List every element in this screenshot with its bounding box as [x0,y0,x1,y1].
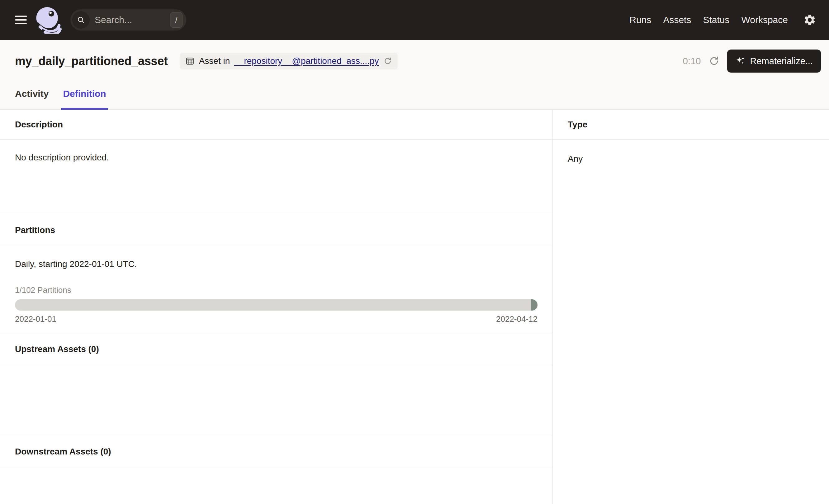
type-body: Any [553,140,829,178]
partition-range-start: 2022-01-01 [15,314,57,324]
repository-grid-icon [185,57,195,66]
page-header-top: my_daily_partitioned_asset Asset in __re… [0,40,829,78]
asset-location-chip: Asset in __repository__@partitioned_ass.… [180,52,398,69]
partition-health-bar-fill [531,299,538,311]
hamburger-icon [15,15,27,17]
upstream-title: Upstream Assets (0) [15,344,99,354]
description-text: No description provided. [15,153,538,163]
upstream-section-header: Upstream Assets (0) [0,333,552,365]
app-root: / Runs Assets Status Workspace my_daily_… [0,0,829,504]
definition-main-column: Description No description provided. Par… [0,110,553,504]
downstream-title: Downstream Assets (0) [15,447,111,457]
partitions-section-header: Partitions [0,214,552,246]
nav-workspace[interactable]: Workspace [741,15,788,25]
description-section-header: Description [0,110,552,140]
downstream-section-header: Downstream Assets (0) [0,436,552,467]
top-nav: Runs Assets Status Workspace [629,15,788,25]
partition-count-label: 1/102 Partitions [15,285,538,295]
search-box[interactable]: / [70,9,186,31]
tab-bar: Activity Definition [0,78,829,110]
dagster-logo-icon[interactable] [34,6,62,34]
partition-range: 2022-01-01 2022-04-12 [15,314,538,324]
nav-assets[interactable]: Assets [663,15,691,25]
type-section-header: Type [553,110,829,140]
upstream-body [0,365,552,436]
partition-range-end: 2022-04-12 [496,314,538,324]
sparkles-icon [735,56,746,66]
downstream-body [0,467,552,504]
refresh-button[interactable] [708,55,720,67]
description-body: No description provided. [0,140,552,214]
type-title: Type [568,120,587,130]
partitions-body: Daily, starting 2022-01-01 UTC. 1/102 Pa… [0,246,552,333]
partitions-schedule-text: Daily, starting 2022-01-01 UTC. [15,259,538,269]
definition-side-column: Type Any [553,110,829,504]
tab-activity[interactable]: Activity [15,78,48,110]
page-title: my_daily_partitioned_asset [15,55,168,68]
description-title: Description [15,120,63,130]
tab-definition[interactable]: Definition [63,78,106,110]
search-input[interactable] [94,14,166,26]
menu-button[interactable] [15,15,27,24]
repository-link[interactable]: __repository__@partitioned_ass....py [234,56,379,66]
reload-definition-icon[interactable] [383,57,392,65]
topbar: / Runs Assets Status Workspace [0,0,829,40]
search-icon [72,11,90,29]
slash-shortcut-badge: / [170,12,182,28]
gear-icon [803,13,816,27]
nav-status[interactable]: Status [703,15,729,25]
partitions-title: Partitions [15,225,55,235]
type-value: Any [568,154,814,164]
chip-prefix: Asset in [199,56,230,66]
header-actions: 0:10 [683,49,821,73]
rematerialize-button[interactable]: Rematerialize... [727,49,821,73]
refresh-countdown: 0:10 [683,56,701,66]
nav-runs[interactable]: Runs [629,15,651,25]
settings-button[interactable] [803,13,817,27]
definition-content: Description No description provided. Par… [0,110,829,504]
partition-health-bar [15,299,538,311]
page-header: my_daily_partitioned_asset Asset in __re… [0,40,829,110]
rematerialize-label: Rematerialize... [750,56,813,66]
refresh-icon [709,56,720,67]
